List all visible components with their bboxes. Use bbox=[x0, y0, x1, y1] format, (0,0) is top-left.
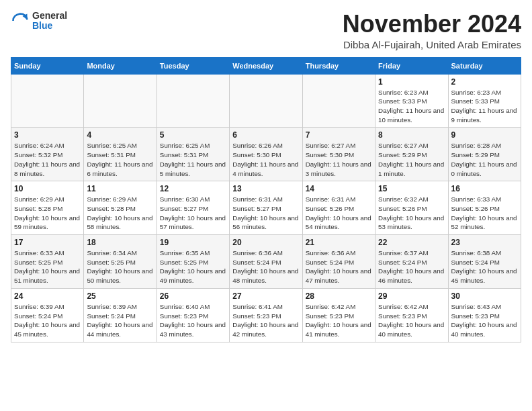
day-number: 14 bbox=[306, 184, 372, 193]
day-info: Sunrise: 6:36 AMSunset: 5:24 PMDaylight:… bbox=[232, 248, 299, 285]
day-number: 25 bbox=[87, 291, 153, 301]
day-number: 8 bbox=[378, 130, 445, 140]
day-number: 5 bbox=[160, 130, 226, 140]
calendar-cell: 6Sunrise: 6:26 AMSunset: 5:30 PMDaylight… bbox=[230, 128, 302, 181]
calendar-week-1: 1Sunrise: 6:23 AMSunset: 5:33 PMDaylight… bbox=[11, 74, 521, 128]
calendar-body: 1Sunrise: 6:23 AMSunset: 5:33 PMDaylight… bbox=[11, 74, 521, 342]
calendar-cell: 12Sunrise: 6:30 AMSunset: 5:27 PMDayligh… bbox=[157, 181, 229, 235]
day-info: Sunrise: 6:29 AMSunset: 5:28 PMDaylight:… bbox=[14, 195, 81, 232]
weekday-header-monday: Monday bbox=[84, 57, 157, 74]
calendar-header: SundayMondayTuesdayWednesdayThursdayFrid… bbox=[11, 57, 521, 74]
calendar-cell: 8Sunrise: 6:27 AMSunset: 5:29 PMDaylight… bbox=[375, 128, 448, 181]
calendar-cell: 17Sunrise: 6:33 AMSunset: 5:25 PMDayligh… bbox=[11, 235, 84, 289]
calendar-cell: 25Sunrise: 6:39 AMSunset: 5:24 PMDayligh… bbox=[84, 288, 157, 342]
calendar-cell: 7Sunrise: 6:27 AMSunset: 5:30 PMDaylight… bbox=[302, 128, 375, 181]
day-info: Sunrise: 6:28 AMSunset: 5:29 PMDaylight:… bbox=[451, 141, 518, 178]
calendar-cell: 24Sunrise: 6:39 AMSunset: 5:24 PMDayligh… bbox=[11, 288, 84, 342]
day-number: 26 bbox=[160, 291, 226, 301]
day-number: 21 bbox=[306, 238, 372, 247]
day-info: Sunrise: 6:27 AMSunset: 5:29 PMDaylight:… bbox=[378, 141, 445, 178]
day-info: Sunrise: 6:23 AMSunset: 5:33 PMDaylight:… bbox=[378, 88, 445, 125]
weekday-row: SundayMondayTuesdayWednesdayThursdayFrid… bbox=[11, 57, 521, 74]
day-info: Sunrise: 6:40 AMSunset: 5:23 PMDaylight:… bbox=[160, 302, 226, 339]
calendar-cell: 18Sunrise: 6:34 AMSunset: 5:25 PMDayligh… bbox=[84, 235, 157, 289]
calendar-week-2: 3Sunrise: 6:24 AMSunset: 5:32 PMDaylight… bbox=[11, 128, 521, 181]
day-number: 12 bbox=[160, 184, 226, 193]
calendar-cell: 23Sunrise: 6:38 AMSunset: 5:24 PMDayligh… bbox=[448, 235, 521, 289]
calendar-cell bbox=[230, 74, 302, 128]
weekday-header-tuesday: Tuesday bbox=[157, 57, 229, 74]
day-info: Sunrise: 6:42 AMSunset: 5:23 PMDaylight:… bbox=[378, 302, 445, 339]
logo-text: General Blue bbox=[32, 11, 67, 32]
day-number: 30 bbox=[451, 291, 518, 301]
calendar-week-5: 24Sunrise: 6:39 AMSunset: 5:24 PMDayligh… bbox=[11, 288, 521, 342]
day-info: Sunrise: 6:41 AMSunset: 5:23 PMDaylight:… bbox=[232, 302, 299, 339]
day-number: 22 bbox=[378, 238, 445, 247]
day-info: Sunrise: 6:24 AMSunset: 5:32 PMDaylight:… bbox=[14, 141, 81, 178]
calendar-table: SundayMondayTuesdayWednesdayThursdayFrid… bbox=[11, 57, 521, 342]
day-info: Sunrise: 6:38 AMSunset: 5:24 PMDaylight:… bbox=[451, 248, 518, 285]
day-number: 27 bbox=[232, 291, 299, 301]
calendar-week-4: 17Sunrise: 6:33 AMSunset: 5:25 PMDayligh… bbox=[11, 235, 521, 289]
calendar-cell bbox=[302, 74, 375, 128]
calendar-cell: 14Sunrise: 6:31 AMSunset: 5:26 PMDayligh… bbox=[302, 181, 375, 235]
day-info: Sunrise: 6:36 AMSunset: 5:24 PMDaylight:… bbox=[306, 248, 372, 285]
day-number: 10 bbox=[14, 184, 81, 193]
day-info: Sunrise: 6:26 AMSunset: 5:30 PMDaylight:… bbox=[232, 141, 299, 178]
day-number: 23 bbox=[451, 238, 518, 247]
day-number: 20 bbox=[232, 238, 299, 247]
day-number: 18 bbox=[87, 238, 153, 247]
day-number: 17 bbox=[14, 238, 81, 247]
day-number: 2 bbox=[451, 77, 518, 87]
day-info: Sunrise: 6:29 AMSunset: 5:28 PMDaylight:… bbox=[87, 195, 153, 232]
logo-blue: Blue bbox=[32, 21, 67, 31]
calendar-cell bbox=[11, 74, 84, 128]
day-number: 24 bbox=[14, 291, 81, 301]
calendar-cell bbox=[84, 74, 157, 128]
calendar-cell: 19Sunrise: 6:35 AMSunset: 5:25 PMDayligh… bbox=[157, 235, 229, 289]
day-number: 9 bbox=[451, 130, 518, 140]
weekday-header-wednesday: Wednesday bbox=[230, 57, 302, 74]
day-info: Sunrise: 6:25 AMSunset: 5:31 PMDaylight:… bbox=[160, 141, 226, 178]
day-number: 7 bbox=[306, 130, 372, 140]
calendar-cell: 10Sunrise: 6:29 AMSunset: 5:28 PMDayligh… bbox=[11, 181, 84, 235]
day-info: Sunrise: 6:35 AMSunset: 5:25 PMDaylight:… bbox=[160, 248, 226, 285]
page-header: General Blue November 2024 Dibba Al-Fuja… bbox=[11, 11, 521, 50]
day-info: Sunrise: 6:27 AMSunset: 5:30 PMDaylight:… bbox=[306, 141, 372, 178]
day-number: 6 bbox=[232, 130, 299, 140]
day-number: 4 bbox=[87, 130, 153, 140]
weekday-header-friday: Friday bbox=[375, 57, 448, 74]
day-number: 29 bbox=[378, 291, 445, 301]
calendar-cell: 3Sunrise: 6:24 AMSunset: 5:32 PMDaylight… bbox=[11, 128, 84, 181]
day-number: 3 bbox=[14, 130, 81, 140]
day-info: Sunrise: 6:33 AMSunset: 5:25 PMDaylight:… bbox=[14, 248, 81, 285]
calendar-cell: 13Sunrise: 6:31 AMSunset: 5:27 PMDayligh… bbox=[230, 181, 302, 235]
day-info: Sunrise: 6:39 AMSunset: 5:24 PMDaylight:… bbox=[87, 302, 153, 339]
logo: General Blue bbox=[11, 11, 67, 32]
calendar-cell: 11Sunrise: 6:29 AMSunset: 5:28 PMDayligh… bbox=[84, 181, 157, 235]
weekday-header-sunday: Sunday bbox=[11, 57, 84, 74]
calendar-cell: 22Sunrise: 6:37 AMSunset: 5:24 PMDayligh… bbox=[375, 235, 448, 289]
day-info: Sunrise: 6:37 AMSunset: 5:24 PMDaylight:… bbox=[378, 248, 445, 285]
logo-icon bbox=[11, 11, 30, 30]
calendar-cell: 28Sunrise: 6:42 AMSunset: 5:23 PMDayligh… bbox=[302, 288, 375, 342]
day-info: Sunrise: 6:31 AMSunset: 5:26 PMDaylight:… bbox=[306, 195, 372, 232]
day-info: Sunrise: 6:34 AMSunset: 5:25 PMDaylight:… bbox=[87, 248, 153, 285]
title-block: November 2024 Dibba Al-Fujairah, United … bbox=[343, 11, 521, 50]
calendar-cell bbox=[157, 74, 229, 128]
calendar-cell: 30Sunrise: 6:43 AMSunset: 5:23 PMDayligh… bbox=[448, 288, 521, 342]
day-info: Sunrise: 6:30 AMSunset: 5:27 PMDaylight:… bbox=[160, 195, 226, 232]
month-title: November 2024 bbox=[343, 11, 521, 38]
day-info: Sunrise: 6:39 AMSunset: 5:24 PMDaylight:… bbox=[14, 302, 81, 339]
weekday-header-thursday: Thursday bbox=[302, 57, 375, 74]
day-number: 11 bbox=[87, 184, 153, 193]
calendar-week-3: 10Sunrise: 6:29 AMSunset: 5:28 PMDayligh… bbox=[11, 181, 521, 235]
calendar-cell: 2Sunrise: 6:23 AMSunset: 5:33 PMDaylight… bbox=[448, 74, 521, 128]
day-number: 16 bbox=[451, 184, 518, 193]
day-info: Sunrise: 6:42 AMSunset: 5:23 PMDaylight:… bbox=[306, 302, 372, 339]
calendar-cell: 29Sunrise: 6:42 AMSunset: 5:23 PMDayligh… bbox=[375, 288, 448, 342]
calendar-cell: 5Sunrise: 6:25 AMSunset: 5:31 PMDaylight… bbox=[157, 128, 229, 181]
day-info: Sunrise: 6:25 AMSunset: 5:31 PMDaylight:… bbox=[87, 141, 153, 178]
day-number: 1 bbox=[378, 77, 445, 87]
calendar-cell: 9Sunrise: 6:28 AMSunset: 5:29 PMDaylight… bbox=[448, 128, 521, 181]
